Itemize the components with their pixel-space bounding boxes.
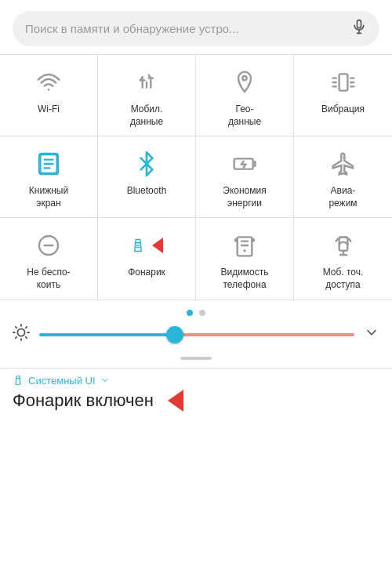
wifi-label: Wi-Fi	[38, 103, 60, 116]
quick-settings-grid: Wi-Fi Мобил.данные Гео-данные	[0, 54, 392, 300]
vibration-icon	[327, 66, 360, 99]
notif-flashlight-icon	[13, 375, 24, 386]
svg-rect-0	[358, 20, 361, 28]
svg-point-3	[48, 89, 50, 91]
battery-icon	[228, 147, 261, 180]
svg-line-43	[26, 326, 27, 327]
airplane-icon	[327, 147, 360, 180]
svg-point-6	[242, 76, 246, 80]
quick-item-battery[interactable]: Экономияэнергии	[196, 136, 294, 218]
svg-rect-28	[238, 238, 252, 256]
notification-bar[interactable]: Системный UI Фонарик включен	[0, 368, 392, 412]
flashlight-label: Фонарик	[128, 267, 165, 279]
svg-rect-7	[339, 74, 347, 90]
svg-point-31	[243, 249, 245, 252]
notification-red-arrow	[168, 390, 183, 412]
mobile-label: Мобил.данные	[130, 103, 163, 128]
pagination-dot-2	[199, 310, 205, 316]
brightness-icon	[13, 324, 30, 346]
brightness-row	[0, 324, 392, 346]
brightness-slider[interactable]	[39, 333, 354, 336]
hotspot-icon	[327, 229, 360, 262]
quick-item-dnd[interactable]: Не беспо-коить	[0, 218, 98, 300]
mobile-data-icon	[130, 66, 163, 99]
pagination	[0, 300, 392, 324]
geo-label: Гео-данные	[228, 103, 261, 128]
svg-line-42	[16, 336, 16, 337]
svg-line-39	[26, 336, 27, 337]
brightness-thumb[interactable]	[166, 326, 183, 343]
quick-item-wifi[interactable]: Wi-Fi	[0, 55, 98, 136]
visibility-label: Видимостьтелефона	[220, 267, 268, 291]
notification-title-text: Фонарик включен	[13, 390, 154, 411]
battery-label: Экономияэнергии	[223, 185, 266, 209]
quick-item-vibration[interactable]: Вибрация	[294, 55, 392, 136]
reader-label: Книжныйэкран	[29, 185, 68, 209]
notification-app: Системный UI	[28, 375, 96, 387]
airplane-label: Авиа-режим	[328, 185, 357, 209]
notification-header: Системный UI	[13, 375, 379, 387]
quick-item-flashlight[interactable]: Фонарик	[98, 218, 196, 300]
quick-item-visibility[interactable]: Видимостьтелефона	[196, 218, 294, 300]
svg-line-38	[16, 326, 16, 327]
flashlight-icon	[130, 229, 163, 262]
flashlight-arrow	[152, 238, 163, 253]
quick-item-reader[interactable]: Книжныйэкран	[0, 136, 98, 218]
dnd-icon	[32, 229, 65, 262]
reader-icon	[32, 147, 65, 180]
dnd-label: Не беспо-коить	[27, 267, 70, 291]
bluetooth-label: Bluetooth	[127, 185, 167, 198]
hotspot-label: Моб. точ.доступа	[323, 267, 364, 291]
wifi-icon	[32, 66, 65, 99]
quick-item-hotspot[interactable]: Моб. точ.доступа	[294, 218, 392, 300]
quick-item-geo[interactable]: Гео-данные	[196, 55, 294, 136]
mic-icon[interactable]	[351, 19, 367, 38]
pagination-dot-1	[187, 310, 193, 316]
visibility-icon	[228, 229, 261, 262]
quick-item-airplane[interactable]: Авиа-режим	[294, 136, 392, 218]
geo-icon	[228, 66, 261, 99]
drag-handle[interactable]	[0, 352, 392, 368]
notification-title: Фонарик включен	[13, 390, 379, 412]
quick-item-bluetooth[interactable]: Bluetooth	[98, 136, 196, 218]
search-input[interactable]: Поиск в памяти и обнаружение устро...	[25, 22, 351, 35]
quick-item-mobile[interactable]: Мобил.данные	[98, 55, 196, 136]
search-bar[interactable]: Поиск в памяти и обнаружение устро...	[13, 11, 379, 46]
chevron-down-icon[interactable]	[364, 325, 379, 344]
vibration-label: Вибрация	[321, 103, 365, 116]
notif-chevron-icon	[100, 376, 110, 385]
svg-point-35	[17, 329, 24, 336]
handle-bar	[180, 357, 212, 360]
bluetooth-icon	[130, 147, 163, 180]
